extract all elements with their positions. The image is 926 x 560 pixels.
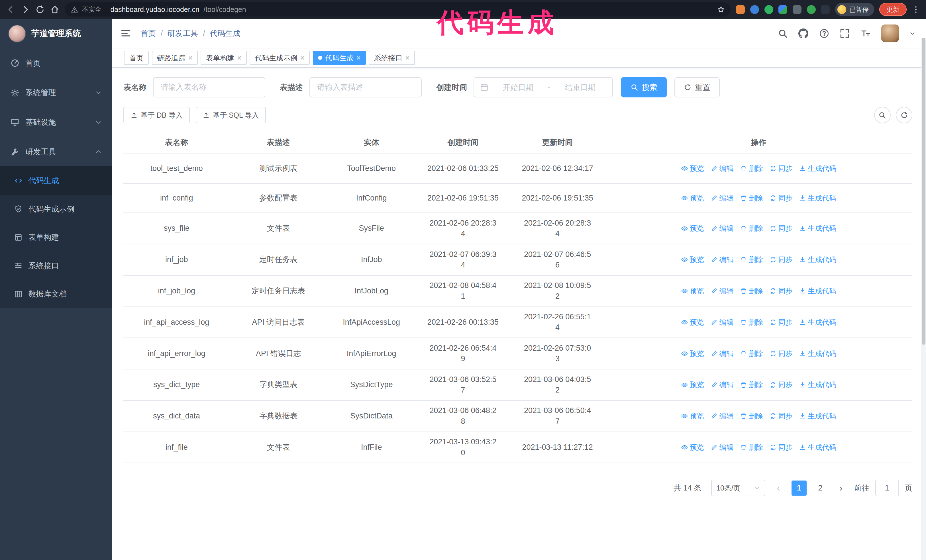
- browser-back-icon[interactable]: [6, 5, 15, 14]
- extension-icon[interactable]: [736, 5, 745, 14]
- help-icon[interactable]: [819, 29, 829, 38]
- refresh-button[interactable]: [896, 107, 912, 123]
- chevron-down-icon[interactable]: [909, 30, 915, 36]
- close-icon[interactable]: ×: [356, 54, 361, 62]
- close-icon[interactable]: ×: [406, 54, 410, 62]
- generate-code-link[interactable]: 生成代码: [799, 411, 836, 421]
- delete-link[interactable]: 删除: [740, 317, 763, 328]
- sync-link[interactable]: 同步: [770, 163, 793, 174]
- generate-code-link[interactable]: 生成代码: [799, 193, 836, 203]
- browser-forward-icon[interactable]: [21, 5, 30, 14]
- next-page-button[interactable]: ›: [834, 480, 848, 496]
- extension-icon[interactable]: [764, 5, 773, 14]
- address-bar[interactable]: 不安全 dashboard.yudao.iocoder.cn/tool/code…: [65, 2, 731, 17]
- sidebar-item-home[interactable]: 首页: [0, 48, 112, 78]
- edit-link[interactable]: 编辑: [711, 317, 734, 328]
- extension-icon[interactable]: [778, 5, 787, 14]
- browser-home-icon[interactable]: [50, 5, 59, 14]
- preview-link[interactable]: 预览: [681, 163, 704, 174]
- sync-link[interactable]: 同步: [770, 317, 793, 328]
- close-icon[interactable]: ×: [300, 54, 304, 62]
- scrollbar-thumb[interactable]: [922, 38, 925, 345]
- import-db-button[interactable]: 基于 DB 导入: [123, 107, 190, 123]
- prev-page-button[interactable]: ‹: [771, 480, 785, 496]
- edit-link[interactable]: 编辑: [711, 286, 734, 296]
- delete-link[interactable]: 删除: [740, 286, 763, 296]
- toggle-search-button[interactable]: [874, 107, 891, 123]
- tab-system-api[interactable]: 系统接口×: [369, 51, 415, 65]
- extension-icon[interactable]: [821, 5, 830, 14]
- preview-link[interactable]: 预览: [681, 223, 704, 234]
- page-scrollbar[interactable]: [921, 38, 926, 560]
- page-size-select[interactable]: 10条/页: [711, 480, 766, 496]
- avatar[interactable]: [881, 24, 899, 42]
- browser-reload-icon[interactable]: [35, 5, 45, 14]
- sync-link[interactable]: 同步: [770, 379, 793, 390]
- page-number-2[interactable]: 2: [813, 480, 828, 496]
- sync-link[interactable]: 同步: [770, 254, 793, 265]
- edit-link[interactable]: 编辑: [711, 411, 734, 421]
- generate-code-link[interactable]: 生成代码: [799, 286, 836, 296]
- generate-code-link[interactable]: 生成代码: [799, 223, 836, 234]
- preview-link[interactable]: 预览: [681, 286, 704, 296]
- delete-link[interactable]: 删除: [740, 411, 763, 421]
- preview-link[interactable]: 预览: [681, 411, 704, 421]
- edit-link[interactable]: 编辑: [711, 193, 734, 203]
- preview-link[interactable]: 预览: [681, 442, 704, 453]
- search-button[interactable]: 搜索: [621, 77, 666, 97]
- app-logo[interactable]: 芋道管理系统: [0, 19, 112, 48]
- profile-paused-badge[interactable]: 已暂停: [835, 3, 874, 16]
- edit-link[interactable]: 编辑: [711, 349, 734, 359]
- sidebar-item-system-api[interactable]: 系统接口: [0, 252, 112, 280]
- reset-button[interactable]: 重置: [675, 77, 720, 97]
- sidebar-item-form-builder[interactable]: 表单构建: [0, 223, 112, 251]
- sidebar-item-devtools[interactable]: 研发工具: [0, 137, 112, 167]
- delete-link[interactable]: 删除: [740, 223, 763, 234]
- preview-link[interactable]: 预览: [681, 193, 704, 203]
- sync-link[interactable]: 同步: [770, 286, 793, 296]
- preview-link[interactable]: 预览: [681, 317, 704, 328]
- breadcrumb-devtools[interactable]: 研发工具: [168, 28, 198, 38]
- sidebar-item-codegen-example[interactable]: 代码生成示例: [0, 195, 112, 223]
- sidebar-item-db-doc[interactable]: 数据库文档: [0, 280, 112, 308]
- edit-link[interactable]: 编辑: [711, 163, 734, 174]
- browser-update-button[interactable]: 更新: [879, 3, 906, 16]
- sync-link[interactable]: 同步: [770, 442, 793, 453]
- bookmark-star-icon[interactable]: [717, 6, 725, 14]
- sidebar-item-infra[interactable]: 基础设施: [0, 107, 112, 137]
- browser-menu-icon[interactable]: [912, 5, 920, 14]
- generate-code-link[interactable]: 生成代码: [799, 254, 836, 265]
- tab-codegen[interactable]: 代码生成×: [313, 51, 366, 65]
- generate-code-link[interactable]: 生成代码: [799, 349, 836, 359]
- sync-link[interactable]: 同步: [770, 349, 793, 359]
- tab-tracing[interactable]: 链路追踪×: [152, 51, 198, 65]
- breadcrumb-home[interactable]: 首页: [141, 28, 156, 38]
- date-range-picker[interactable]: 开始日期 - 结束日期: [474, 77, 613, 97]
- close-icon[interactable]: ×: [238, 54, 242, 62]
- extension-icon[interactable]: [807, 5, 816, 14]
- edit-link[interactable]: 编辑: [711, 379, 734, 390]
- page-number-1[interactable]: 1: [791, 480, 807, 496]
- sync-link[interactable]: 同步: [770, 223, 793, 234]
- sidebar-item-system[interactable]: 系统管理: [0, 78, 112, 108]
- tab-codegen-example[interactable]: 代码生成示例×: [250, 51, 310, 65]
- github-icon[interactable]: [798, 29, 808, 38]
- delete-link[interactable]: 删除: [740, 442, 763, 453]
- generate-code-link[interactable]: 生成代码: [799, 317, 836, 328]
- delete-link[interactable]: 删除: [740, 163, 763, 174]
- sync-link[interactable]: 同步: [770, 411, 793, 421]
- extension-icon[interactable]: [750, 5, 759, 14]
- delete-link[interactable]: 删除: [740, 193, 763, 203]
- search-icon[interactable]: [778, 29, 788, 38]
- close-icon[interactable]: ×: [188, 54, 193, 62]
- tab-form-builder[interactable]: 表单构建×: [201, 51, 247, 65]
- hamburger-icon[interactable]: [121, 28, 131, 38]
- fullscreen-icon[interactable]: [840, 29, 850, 38]
- edit-link[interactable]: 编辑: [711, 223, 734, 234]
- preview-link[interactable]: 预览: [681, 254, 704, 265]
- table-name-input[interactable]: [153, 77, 265, 97]
- generate-code-link[interactable]: 生成代码: [799, 442, 836, 453]
- generate-code-link[interactable]: 生成代码: [799, 379, 836, 390]
- import-sql-button[interactable]: 基于 SQL 导入: [196, 107, 266, 123]
- goto-page-input[interactable]: [875, 480, 899, 496]
